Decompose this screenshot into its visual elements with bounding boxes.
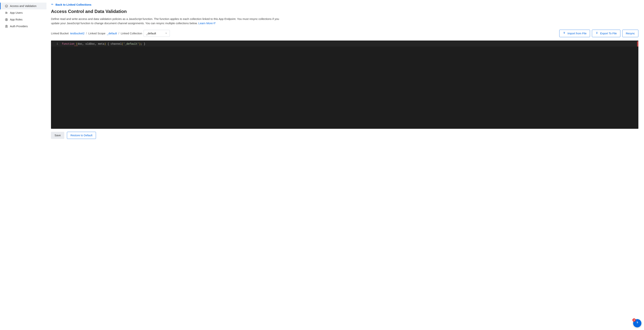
restore-default-button[interactable]: Restore to Default [67,132,96,139]
sidebar-item-auth-providers[interactable]: Auth Providers [0,23,46,30]
back-link[interactable]: Back to Linked Collections [51,3,92,6]
breadcrumb-separator: / [86,32,87,35]
svg-point-1 [6,12,6,13]
help-fab[interactable]: 3 [633,319,642,327]
scope-link[interactable]: _default [107,32,117,35]
token-string: '_default' [123,42,139,45]
token-call-open: ( [122,42,123,45]
token-call: channel [111,42,122,45]
import-button-label: Import from File [568,32,587,35]
id-badge-icon [5,25,8,28]
token-arg3: meta [98,42,104,45]
token-open-paren-text: ( [74,42,78,46]
sidebar-item-label: App Roles [10,18,22,21]
svg-point-6 [637,324,638,324]
collection-label: Linked Collection [121,32,142,35]
token-arg2: oldDoc [86,42,95,45]
sidebar-item-app-roles[interactable]: App Roles [0,16,46,23]
page-description: Define read and write access and data va… [51,17,282,26]
token-open-paren: ( [74,42,78,46]
svg-point-0 [5,5,8,7]
sidebar: Access and Validation App Users App Role… [0,0,46,330]
editor-line-number: 1 [51,41,58,47]
token-comma1: , [82,42,86,45]
page-title: Access Control and Data Validation [51,9,638,14]
scope-label: Linked Scope [88,32,105,35]
footer-actions: Save Restore to Default [51,132,638,139]
token-call-close: ) [139,42,140,45]
upload-icon [596,32,598,35]
question-icon [635,321,639,326]
sidebar-item-app-users[interactable]: App Users [0,9,46,16]
editor-gutter: 1 [51,41,60,129]
token-close-brace: } [144,42,145,45]
top-actions: Import from File Export To File Resync [559,30,638,37]
token-arg1: doc [78,42,82,45]
code-editor[interactable]: 1 function (doc, oldDoc, meta) { channel… [51,41,638,129]
sidebar-item-label: Auth Providers [10,25,28,28]
description-text: Define read and write access and data va… [51,17,279,25]
back-link-label: Back to Linked Collections [56,3,92,6]
arrow-left-icon [51,3,54,6]
import-button[interactable]: Import from File [559,30,590,37]
svg-point-3 [6,19,7,20]
token-comma2: , [95,42,98,45]
help-fab-badge: 3 [632,318,636,322]
learn-more-label: Learn More [198,21,213,25]
token-stmt-end: ; [140,42,144,45]
check-circle-icon [5,4,8,8]
save-button-label: Save [54,134,61,137]
user-circle-icon [5,18,8,21]
download-icon [563,32,566,35]
learn-more-link[interactable]: Learn More [198,21,216,25]
token-keyword: function [62,42,74,45]
save-button[interactable]: Save [51,132,64,139]
resync-button[interactable]: Resync [622,30,638,37]
users-icon [5,11,8,15]
resync-button-label: Resync [626,32,635,35]
export-button-label: Export To File [600,32,617,35]
editor-code: function (doc, oldDoc, meta) { channel('… [62,41,638,47]
bucket-label: Linked Bucket [51,32,68,35]
sidebar-item-label: App Users [10,11,23,14]
token-open-brace: { [106,42,110,45]
collection-select[interactable]: _default [144,30,170,37]
main-content: Back to Linked Collections Access Contro… [46,0,644,330]
chevron-down-icon [165,32,167,35]
svg-point-5 [6,26,6,26]
collection-select-value: _default [146,32,156,35]
breadcrumb-separator: / [118,32,119,35]
external-link-icon [213,21,216,25]
sidebar-item-access-validation[interactable]: Access and Validation [0,3,46,9]
bucket-link[interactable]: testbucket2 [70,32,84,35]
restore-default-button-label: Restore to Default [70,134,92,137]
breadcrumb-row: Linked Bucket testbucket2 / Linked Scope… [51,30,638,37]
export-button[interactable]: Export To File [592,30,620,37]
sidebar-item-label: Access and Validation [10,5,36,8]
